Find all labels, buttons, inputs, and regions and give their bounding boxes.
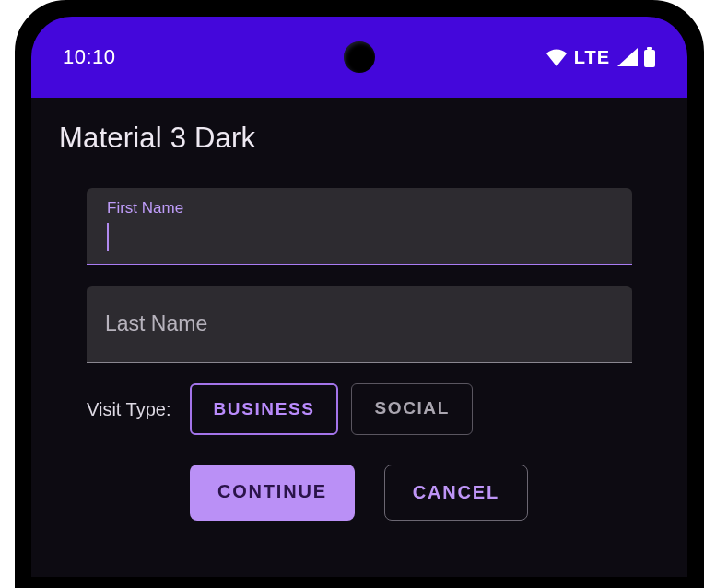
- camera-hole: [344, 41, 375, 73]
- visit-type-label: Visit Type:: [87, 399, 171, 420]
- form: First Name Last Name Visit Type: BUSINES…: [59, 188, 660, 521]
- action-buttons: CONTINUE CANCEL: [190, 465, 632, 521]
- page-title: Material 3 Dark: [59, 122, 660, 155]
- network-label: LTE: [574, 47, 610, 68]
- phone-frame: 10:10 LTE Material 3 Dark First Name Las…: [15, 0, 704, 588]
- svg-rect-1: [647, 47, 652, 50]
- status-icons: LTE: [545, 47, 656, 68]
- first-name-field[interactable]: First Name: [87, 188, 632, 265]
- svg-rect-0: [644, 50, 655, 67]
- text-cursor: [107, 223, 109, 251]
- visit-option-social[interactable]: SOCIAL: [351, 383, 472, 435]
- screen: 10:10 LTE Material 3 Dark First Name Las…: [31, 17, 687, 577]
- continue-button[interactable]: CONTINUE: [190, 465, 355, 521]
- battery-icon: [643, 47, 656, 67]
- status-bar: 10:10 LTE: [31, 17, 687, 98]
- first-name-label: First Name: [107, 199, 183, 218]
- visit-type-toggle: BUSINESS SOCIAL: [190, 383, 473, 435]
- status-time: 10:10: [63, 45, 116, 69]
- cancel-button[interactable]: CANCEL: [384, 465, 528, 521]
- signal-icon: [616, 48, 638, 66]
- last-name-field[interactable]: Last Name: [87, 286, 632, 363]
- content: Material 3 Dark First Name Last Name Vis…: [31, 98, 687, 521]
- wifi-icon: [545, 48, 569, 66]
- visit-type-row: Visit Type: BUSINESS SOCIAL: [87, 383, 632, 435]
- last-name-label: Last Name: [105, 312, 207, 336]
- visit-option-business[interactable]: BUSINESS: [190, 383, 339, 435]
